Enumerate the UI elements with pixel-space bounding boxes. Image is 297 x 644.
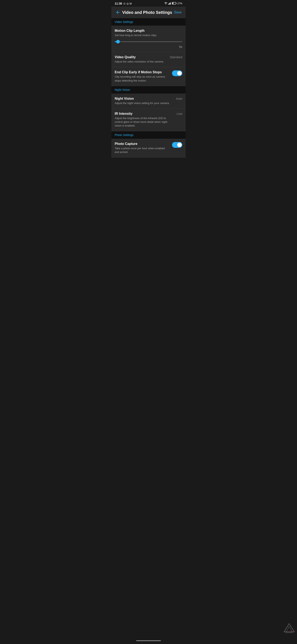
page-title: Video and Photo Settings	[121, 10, 173, 15]
item-desc-photo-capture: Take a photo once per hour when enabled …	[115, 146, 169, 154]
item-title-end-clip-early: End Clip Early if Motion Stops	[115, 70, 169, 74]
svg-rect-2	[170, 2, 171, 4]
save-button[interactable]: Save	[173, 10, 182, 15]
item-title-motion-clip-length: Motion Clip Length	[115, 29, 182, 32]
slider-thumb[interactable]	[116, 40, 120, 44]
item-toggle-row-end-clip-early[interactable]: End Clip Early if Motion Stops Clip reco…	[115, 70, 182, 82]
toolbar: Video and Photo Settings Save	[111, 6, 186, 18]
item-desc-video-quality: Adjust the video resolution of the camer…	[115, 60, 164, 64]
slider-value-motion-clip-length: 5s	[115, 45, 182, 48]
back-button[interactable]	[115, 9, 121, 16]
svg-rect-0	[168, 4, 169, 4]
section-header-photo-settings: Photo Settings	[111, 131, 186, 139]
item-row-ir-intensity[interactable]: IR Intensity Adjust the brightness of th…	[115, 112, 182, 128]
battery-percentage: 27%	[177, 2, 182, 5]
item-text-end-clip-early: End Clip Early if Motion Stops Clip reco…	[115, 70, 169, 82]
slider-container-motion-clip-length[interactable]: 5s	[115, 40, 182, 48]
status-bar: 11:36 ⊙ ◎ M	[111, 0, 186, 6]
item-value-night-vision-setting: Auto	[176, 97, 182, 100]
svg-rect-6	[172, 3, 173, 4]
item-text-video-quality: Video Quality Adjust the video resolutio…	[115, 55, 164, 64]
status-bar-right: 27%	[164, 2, 182, 5]
section-header-night-vision: Night Vision	[111, 86, 186, 94]
item-text-photo-capture: Photo Capture Take a photo once per hour…	[115, 142, 169, 154]
item-title-night-vision-setting: Night Vision	[115, 97, 170, 100]
settings-item-ir-intensity[interactable]: IR Intensity Adjust the brightness of th…	[111, 108, 186, 131]
item-title-photo-capture: Photo Capture	[115, 142, 169, 146]
item-row-video-quality[interactable]: Video Quality Adjust the video resolutio…	[115, 55, 182, 64]
svg-rect-1	[169, 3, 170, 4]
settings-item-photo-capture[interactable]: Photo Capture Take a photo once per hour…	[111, 139, 186, 158]
settings-item-night-vision-setting[interactable]: Night Vision Adjust the night vision set…	[111, 94, 186, 108]
signal-icon	[168, 2, 171, 5]
slider-wrapper[interactable]	[115, 40, 182, 44]
battery-icon	[172, 2, 177, 5]
toggle-switch-photo-capture[interactable]	[172, 142, 182, 148]
toggle-thumb-photo-capture	[177, 143, 182, 147]
settings-item-motion-clip-length: Motion Clip Length Set how long to recor…	[111, 26, 186, 52]
item-desc-night-vision-setting: Adjust the night vision setting for your…	[115, 101, 170, 105]
status-icons: ⊙ ◎ M	[123, 2, 132, 5]
svg-rect-3	[171, 2, 171, 4]
toggle-switch-end-clip-early[interactable]	[172, 70, 182, 76]
settings-item-end-clip-early[interactable]: End Clip Early if Motion Stops Clip reco…	[111, 67, 186, 86]
item-toggle-row-photo-capture[interactable]: Photo Capture Take a photo once per hour…	[115, 142, 182, 154]
slider-track	[115, 41, 182, 42]
wifi-icon	[164, 2, 167, 5]
item-text-ir-intensity: IR Intensity Adjust the brightness of th…	[115, 112, 170, 128]
chat-icon: ◎	[126, 2, 129, 5]
item-value-ir-intensity: Low	[177, 112, 182, 116]
item-text-night-vision-setting: Night Vision Adjust the night vision set…	[115, 97, 170, 105]
settings-item-video-quality[interactable]: Video Quality Adjust the video resolutio…	[111, 52, 186, 67]
item-desc-motion-clip-length: Set how long to record motion clips.	[115, 34, 170, 37]
section-header-video-settings: Video Settings	[111, 18, 186, 26]
settings-content: Video Settings Motion Clip Length Set ho…	[111, 18, 186, 158]
svg-rect-5	[176, 3, 176, 4]
item-desc-end-clip-early: Clip recording will stop as soon as came…	[115, 75, 169, 82]
item-desc-ir-intensity: Adjust the brightness of the infrared LE…	[115, 116, 170, 128]
gmail-icon: M	[130, 2, 132, 5]
status-bar-left: 11:36 ⊙ ◎ M	[115, 2, 132, 5]
status-time: 11:36	[115, 2, 122, 5]
item-title-ir-intensity: IR Intensity	[115, 112, 170, 116]
whatsapp-icon: ⊙	[123, 2, 126, 5]
item-value-video-quality: Standard	[170, 55, 182, 59]
item-row-night-vision-setting[interactable]: Night Vision Adjust the night vision set…	[115, 97, 182, 105]
item-title-video-quality: Video Quality	[115, 55, 164, 59]
